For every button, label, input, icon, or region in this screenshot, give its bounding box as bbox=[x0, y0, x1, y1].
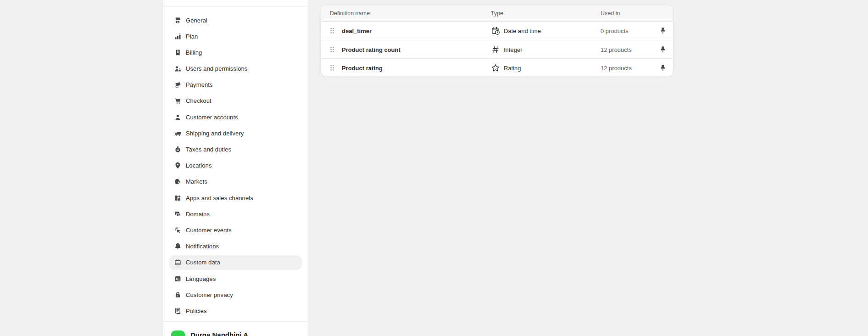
sidebar-item-label: Apps and sales channels bbox=[186, 195, 253, 202]
pin-icon bbox=[659, 64, 667, 72]
sidebar-item-label: Users and permissions bbox=[186, 65, 247, 72]
sidebar-item-label: Markets bbox=[186, 178, 207, 185]
sidebar-item-label: Taxes and duties bbox=[186, 146, 231, 153]
table-row[interactable]: deal_timerDate and time0 products bbox=[321, 22, 673, 40]
locations-icon bbox=[173, 161, 182, 170]
settings-sidebar: GeneralPlan$BillingUsers and permissions… bbox=[163, 0, 308, 336]
payments-icon bbox=[173, 80, 182, 90]
taxes-icon bbox=[173, 145, 182, 154]
sidebar-item-customer-events[interactable]: Customer events bbox=[169, 223, 302, 237]
definition-name: Product rating bbox=[342, 64, 383, 71]
checkout-icon bbox=[173, 96, 182, 106]
sidebar-item-users-and-permissions[interactable]: Users and permissions bbox=[169, 62, 302, 76]
calendar-clock-icon bbox=[491, 26, 500, 35]
column-header-used-in: Used in bbox=[601, 10, 620, 17]
settings-page: GeneralPlan$BillingUsers and permissions… bbox=[0, 0, 868, 336]
sidebar-item-label: Customer privacy bbox=[186, 291, 233, 298]
definition-type: Integer bbox=[504, 46, 522, 53]
sidebar-item-shipping-and-delivery[interactable]: Shipping and delivery bbox=[169, 126, 302, 140]
store-icon bbox=[173, 16, 182, 25]
sidebar-item-taxes-and-duties[interactable]: Taxes and duties bbox=[169, 142, 302, 157]
sidebar-item-customer-privacy[interactable]: Customer privacy bbox=[169, 287, 302, 302]
drag-handle-icon[interactable] bbox=[330, 46, 334, 53]
pin-icon bbox=[659, 45, 667, 54]
sidebar-item-label: Shipping and delivery bbox=[186, 130, 244, 137]
definitions-table-card: Definition name Type Used in deal_timerD… bbox=[321, 5, 673, 77]
sidebar-item-languages[interactable]: A文Languages bbox=[169, 271, 302, 286]
drag-handle-icon[interactable] bbox=[330, 28, 334, 34]
sidebar-item-apps-and-sales-channels[interactable]: Apps and sales channels bbox=[169, 190, 302, 205]
drag-handle-icon[interactable] bbox=[330, 64, 334, 71]
sidebar-item-label: Payments bbox=[186, 81, 213, 88]
store-user-row[interactable]: Durga Nandhini A bbox=[163, 321, 308, 336]
definition-type: Rating bbox=[504, 64, 521, 71]
integer-icon bbox=[491, 45, 500, 54]
apps-icon bbox=[173, 193, 182, 202]
column-header-type: Type bbox=[491, 10, 503, 17]
used-in-count: 12 products bbox=[601, 64, 632, 71]
definition-name: deal_timer bbox=[342, 28, 372, 34]
policies-icon bbox=[173, 306, 182, 315]
sidebar-item-plan[interactable]: Plan bbox=[169, 29, 302, 44]
sidebar-item-label: Notifications bbox=[186, 243, 219, 250]
custom-data-icon bbox=[173, 258, 182, 267]
pin-button[interactable] bbox=[658, 26, 668, 36]
table-row[interactable]: Product rating countInteger12 products bbox=[321, 40, 673, 58]
notifications-icon bbox=[173, 242, 182, 251]
customer-events-icon bbox=[173, 225, 182, 235]
settings-nav: GeneralPlan$BillingUsers and permissions… bbox=[163, 6, 308, 321]
sidebar-item-label: Customer accounts bbox=[186, 114, 238, 121]
sidebar-item-markets[interactable]: $Markets bbox=[169, 174, 302, 189]
star-icon bbox=[491, 63, 500, 73]
main-content: Definition name Type Used in deal_timerD… bbox=[309, 0, 868, 336]
sidebar-item-customer-accounts[interactable]: Customer accounts bbox=[169, 110, 302, 124]
svg-text:$: $ bbox=[177, 50, 178, 54]
billing-icon: $ bbox=[173, 48, 182, 57]
svg-text:文: 文 bbox=[178, 278, 180, 280]
markets-icon: $ bbox=[173, 177, 182, 186]
table-body: deal_timerDate and time0 productsProduct… bbox=[321, 22, 673, 77]
used-in-count: 12 products bbox=[601, 46, 632, 53]
languages-icon: A文 bbox=[173, 274, 182, 283]
sidebar-item-general[interactable]: General bbox=[169, 13, 302, 28]
sidebar-item-label: Policies bbox=[186, 308, 207, 314]
sidebar-item-notifications[interactable]: Notifications bbox=[169, 239, 302, 254]
customer-accounts-icon bbox=[173, 112, 182, 122]
privacy-icon bbox=[173, 290, 182, 299]
sidebar-item-policies[interactable]: Policies bbox=[169, 303, 302, 318]
sidebar-item-label: General bbox=[186, 17, 207, 24]
definition-name: Product rating count bbox=[342, 46, 401, 53]
sidebar-item-label: Locations bbox=[186, 162, 212, 169]
sidebar-item-checkout[interactable]: Checkout bbox=[169, 94, 302, 108]
store-name: Durga Nandhini A bbox=[190, 331, 248, 336]
used-in-count: 0 products bbox=[601, 28, 629, 34]
sidebar-item-label: Custom data bbox=[186, 259, 220, 266]
definition-type: Date and time bbox=[504, 28, 541, 34]
store-avatar bbox=[171, 330, 185, 336]
domains-icon bbox=[173, 209, 182, 218]
table-row[interactable]: Product ratingRating12 products bbox=[321, 58, 673, 77]
sidebar-item-label: Languages bbox=[186, 275, 216, 282]
sidebar-item-domains[interactable]: Domains bbox=[169, 207, 302, 221]
sidebar-item-label: Checkout bbox=[186, 97, 211, 104]
sidebar-item-billing[interactable]: $Billing bbox=[169, 45, 302, 60]
sidebar-item-payments[interactable]: Payments bbox=[169, 78, 302, 92]
table-header-row: Definition name Type Used in bbox=[321, 5, 673, 22]
shipping-icon bbox=[173, 129, 182, 138]
plan-icon bbox=[173, 32, 182, 41]
sidebar-item-label: Customer events bbox=[186, 227, 232, 234]
pin-icon bbox=[659, 27, 667, 35]
sidebar-item-label: Plan bbox=[186, 33, 198, 40]
sidebar-item-custom-data[interactable]: Custom data bbox=[169, 255, 302, 270]
sidebar-item-label: Domains bbox=[186, 211, 210, 218]
users-icon bbox=[173, 64, 182, 73]
column-header-definition-name: Definition name bbox=[330, 10, 370, 17]
pin-button[interactable] bbox=[658, 45, 668, 55]
pin-button[interactable] bbox=[658, 63, 668, 73]
sidebar-item-locations[interactable]: Locations bbox=[169, 158, 302, 173]
sidebar-item-label: Billing bbox=[186, 49, 202, 56]
